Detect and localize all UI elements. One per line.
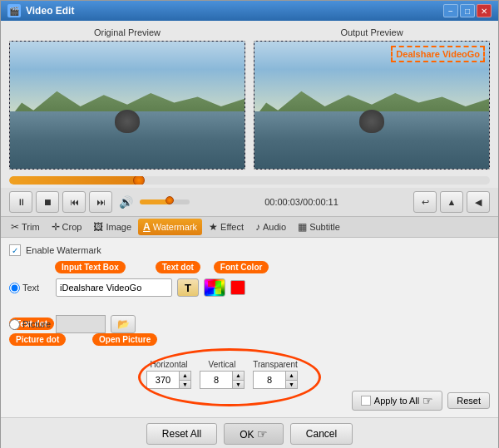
text-radio-label: Text (22, 283, 39, 293)
trim-label: Trim (22, 222, 40, 232)
subtitle-label: Subtitle (309, 222, 340, 232)
undo-button[interactable]: ↩ (413, 191, 437, 213)
pause-button[interactable]: ⏸ (9, 191, 32, 213)
horizontal-down-arrow[interactable]: ▼ (179, 381, 190, 389)
prev-icon: ⏮ (70, 197, 79, 207)
apply-all-checkbox[interactable] (361, 396, 371, 406)
picture-radio[interactable] (9, 319, 20, 330)
enable-watermark-row: ✓ Enable Watermark (9, 244, 490, 256)
back-button[interactable]: ◀ (467, 191, 490, 213)
picture-dot-annotation: Picture dot (9, 333, 66, 346)
picture-dot-annotation-container: Picture dot (9, 333, 66, 346)
bottom-buttons: Reset All OK ☞ Cancel (1, 417, 498, 448)
timeline-bar[interactable] (9, 176, 490, 185)
trim-icon: ✂ (11, 221, 19, 233)
title-bar: 🎬 Video Edit − □ ✕ (1, 1, 498, 21)
tab-audio[interactable]: ♪ Audio (250, 219, 291, 235)
apply-to-all-button[interactable]: Apply to All ☞ (352, 391, 442, 411)
tab-trim[interactable]: ✂ Trim (6, 219, 45, 235)
text-color-button[interactable] (204, 278, 225, 297)
watermark-label: Watermark (153, 222, 197, 232)
time-display: 00:00:03/00:00:11 (193, 197, 410, 207)
undo-icon: ↩ (422, 197, 429, 208)
next-frame-button[interactable]: ⏭ (89, 191, 112, 213)
up-button[interactable]: ▲ (440, 191, 463, 213)
minimize-button[interactable]: − (443, 4, 458, 17)
picture-row: Picture 📂 (9, 315, 490, 333)
tab-effect[interactable]: ★ Effect (204, 219, 249, 235)
apply-to-all-label: Apply to All (374, 396, 419, 406)
svg-rect-0 (208, 281, 214, 287)
text-input-field[interactable] (56, 278, 172, 297)
cursor-hand-apply: ☞ (422, 394, 433, 407)
open-picture-button[interactable]: 📂 (111, 315, 136, 333)
text-radio[interactable] (9, 283, 20, 293)
stop-button[interactable]: ⏹ (36, 191, 59, 213)
cursor-hand-ok: ☞ (257, 427, 268, 441)
color-grid-icon (208, 281, 221, 294)
enable-watermark-label: Enable Watermark (26, 245, 101, 255)
watermark-overlay: Dealshare VideoGo (391, 46, 485, 62)
transparent-down-arrow[interactable]: ▼ (285, 381, 297, 389)
reset-button[interactable]: Reset (447, 392, 490, 409)
effect-label: Effect (220, 222, 244, 232)
text-format-button[interactable]: T (177, 278, 199, 297)
text-input-row: Text T (9, 278, 490, 297)
font-color-annotation: Font Color (214, 261, 269, 273)
volume-slider[interactable] (140, 199, 190, 204)
back-icon: ◀ (475, 197, 482, 208)
stop-icon: ⏹ (43, 197, 52, 207)
vertical-arrows: ▲ ▼ (232, 372, 244, 388)
text-section: Input Text Box Text dot Font Color Text … (9, 261, 490, 297)
color-swatch[interactable] (230, 280, 245, 295)
transparent-spinner[interactable]: ▲ ▼ (253, 371, 298, 389)
crop-label: Crop (62, 222, 82, 232)
picture-radio-group: Picture (9, 319, 51, 330)
open-picture-annotation-container: Open Picture (92, 333, 157, 346)
vertical-spinner[interactable]: ▲ ▼ (200, 371, 245, 389)
output-preview-label: Output Preview (340, 27, 403, 37)
horizontal-spinner[interactable]: ▲ ▼ (146, 371, 191, 389)
watermark-panel: ✓ Enable Watermark Input Text Box Text d… (1, 238, 498, 417)
reset-all-button[interactable]: Reset All (146, 423, 217, 445)
audio-label: Audio (263, 222, 286, 232)
timeline-progress (9, 176, 139, 185)
timeline-handle[interactable] (133, 176, 145, 185)
horizontal-input[interactable] (147, 372, 179, 388)
vertical-input[interactable] (200, 372, 232, 388)
transparent-up-arrow[interactable]: ▲ (285, 372, 297, 381)
title-controls: − □ ✕ (443, 4, 492, 17)
close-button[interactable]: ✕ (477, 4, 492, 17)
prev-frame-button[interactable]: ⏮ (62, 191, 86, 213)
maximize-button[interactable]: □ (460, 4, 475, 17)
apply-reset-row: Apply to All ☞ Reset (9, 391, 490, 411)
crop-icon: ✛ (52, 221, 60, 233)
transparent-group: Transparent ▲ ▼ (253, 360, 298, 389)
original-preview-panel: Original Preview (9, 27, 245, 170)
transparent-input[interactable] (254, 372, 285, 388)
preview-area: Original Preview Output Preview (1, 21, 498, 173)
horizontal-arrows: ▲ ▼ (179, 372, 190, 388)
text-radio-group: Text (9, 283, 51, 293)
tab-crop[interactable]: ✛ Crop (47, 219, 87, 235)
output-preview-panel: Output Preview Dealshare VideoGo (254, 27, 490, 170)
tab-watermark[interactable]: A Watermark (138, 219, 202, 235)
vertical-down-arrow[interactable]: ▼ (232, 381, 244, 389)
tab-image[interactable]: 🖼 Image (88, 219, 136, 235)
svg-rect-3 (215, 288, 221, 294)
effect-icon: ★ (209, 221, 218, 233)
image-label: Image (106, 222, 131, 232)
horizontal-up-arrow[interactable]: ▲ (179, 372, 190, 381)
up-icon: ▲ (447, 197, 457, 207)
vertical-group: Vertical ▲ ▼ (200, 360, 245, 389)
cancel-button[interactable]: Cancel (290, 423, 353, 445)
enable-watermark-checkbox[interactable]: ✓ (9, 244, 21, 256)
ok-button[interactable]: OK ☞ (224, 423, 284, 445)
tab-subtitle[interactable]: ▦ Subtitle (293, 219, 345, 235)
output-rock (359, 110, 384, 133)
horizontal-label: Horizontal (150, 360, 187, 369)
volume-handle[interactable] (166, 196, 174, 204)
timeline-area (1, 173, 498, 188)
picture-section: Picture 📂 Picture dot Open Picture (9, 315, 490, 333)
vertical-up-arrow[interactable]: ▲ (232, 372, 244, 381)
